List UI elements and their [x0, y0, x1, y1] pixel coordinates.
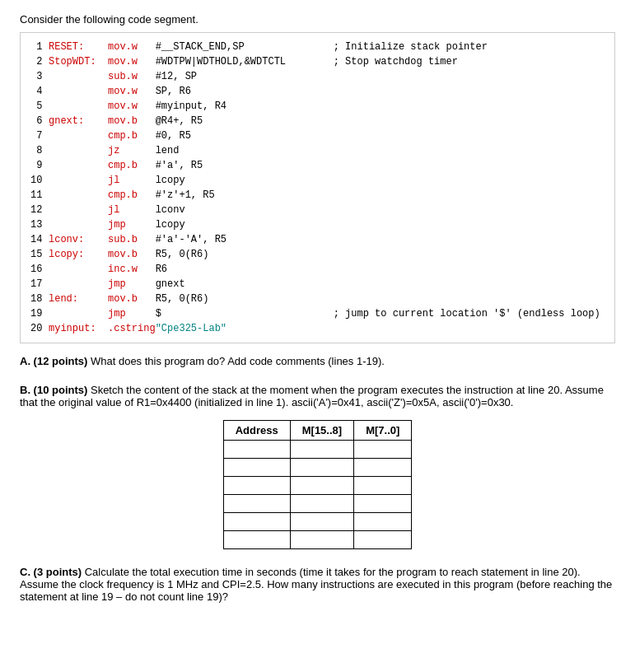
table-cell [223, 495, 290, 513]
code-operands: #WDTPW|WDTHOLD,&WDTCTL [156, 54, 334, 69]
code-instruction: mov.b [108, 114, 156, 128]
code-label-empty [49, 217, 108, 232]
line-number: 9 [30, 158, 49, 173]
code-label-empty [49, 128, 108, 143]
code-label: RESET: [49, 40, 108, 54]
line-number: 10 [30, 173, 49, 188]
question-a: A. (12 points) What does this program do… [20, 355, 615, 367]
question-c-body: Calculate the total execution time in se… [20, 566, 612, 603]
code-comment: ; Stop watchdog timer [334, 54, 458, 69]
cstring-value: "Cpe325-Lab" [156, 321, 226, 336]
stack-table-container: Address M[15..8] M[7..0] [20, 420, 615, 549]
code-label-empty [49, 158, 108, 173]
table-cell [223, 441, 290, 459]
line-number: 4 [30, 84, 49, 99]
table-cell [290, 513, 353, 531]
code-line: 4 mov.w SP, R6 [30, 84, 605, 99]
code-line: 19 jmp $ ; jump to current location '$' … [30, 306, 605, 321]
code-instruction: jmp [108, 306, 156, 321]
line-number: 15 [30, 247, 49, 262]
col-m7-0: M[7..0] [354, 421, 412, 441]
code-block: 1 RESET: mov.w #__STACK_END,SP ; Initial… [20, 32, 615, 343]
code-label: lend: [49, 292, 108, 306]
table-cell [354, 459, 412, 477]
stack-table: Address M[15..8] M[7..0] [223, 420, 413, 549]
code-line: 11 cmp.b #'z'+1, R5 [30, 188, 605, 203]
table-cell [290, 477, 353, 495]
code-instruction: mov.w [108, 84, 156, 99]
code-line: 7 cmp.b #0, R5 [30, 128, 605, 143]
question-c: C. (3 points) Calculate the total execut… [20, 566, 615, 603]
intro-text: Consider the following code segment. [20, 13, 615, 26]
code-line: 20 myinput: .cstring"Cpe325-Lab" [30, 321, 605, 336]
col-m15-8: M[15..8] [290, 421, 353, 441]
code-operands: #'a'-'A', R5 [156, 232, 226, 247]
code-instruction: mov.w [108, 54, 156, 69]
line-number: 8 [30, 143, 49, 158]
code-line: 14 lconv: sub.b #'a'-'A', R5 [30, 232, 605, 247]
code-instruction: sub.w [108, 69, 156, 84]
code-label-empty [49, 99, 108, 114]
code-instruction: inc.w [108, 262, 156, 277]
code-operands: lcopy [156, 217, 185, 232]
table-row [223, 513, 412, 531]
code-line: 13 jmp lcopy [30, 217, 605, 232]
code-line: 5 mov.w #myinput, R4 [30, 99, 605, 114]
code-label-empty [49, 84, 108, 99]
code-operands: #myinput, R4 [156, 99, 226, 114]
line-number: 1 [30, 40, 49, 54]
code-instruction: jmp [108, 217, 156, 232]
code-comment: ; jump to current location '$' (endless … [334, 306, 600, 321]
code-operands: lend [156, 143, 180, 158]
code-operands: #0, R5 [156, 128, 191, 143]
code-operands: R5, 0(R6) [156, 292, 209, 306]
line-number: 2 [30, 54, 49, 69]
code-operands: R6 [156, 262, 167, 277]
question-c-text: C. (3 points) Calculate the total execut… [20, 566, 615, 603]
code-label: lcopy: [49, 247, 108, 262]
code-line: 3 sub.w #12, SP [30, 69, 605, 84]
code-label-empty [49, 69, 108, 84]
code-operands: @R4+, R5 [156, 114, 203, 128]
code-instruction: mov.b [108, 292, 156, 306]
line-number: 11 [30, 188, 49, 203]
question-b-label: B. (10 points) [20, 384, 87, 396]
code-operands: SP, R6 [156, 84, 191, 99]
code-line: 1 RESET: mov.w #__STACK_END,SP ; Initial… [30, 40, 605, 54]
line-number: 16 [30, 262, 49, 277]
code-operands: #__STACK_END,SP [156, 40, 334, 54]
code-instruction: sub.b [108, 232, 156, 247]
code-operands: R5, 0(R6) [156, 247, 209, 262]
table-row [223, 477, 412, 495]
table-cell [290, 459, 353, 477]
table-row [223, 495, 412, 513]
line-number: 20 [30, 321, 49, 336]
table-cell [290, 495, 353, 513]
code-line: 10 jl lcopy [30, 173, 605, 188]
code-line: 8 jz lend [30, 143, 605, 158]
question-a-body: What does this program do? Add code comm… [91, 355, 385, 367]
table-cell [223, 513, 290, 531]
table-cell [354, 477, 412, 495]
line-number: 17 [30, 277, 49, 292]
code-label-empty [49, 173, 108, 188]
code-operands: #12, SP [156, 69, 197, 84]
code-label-empty [49, 262, 108, 277]
question-b: B. (10 points) Sketch the content of the… [20, 384, 615, 549]
line-number: 19 [30, 306, 49, 321]
code-instruction: jz [108, 143, 156, 158]
code-instruction: jl [108, 203, 156, 217]
code-line: 6 gnext: mov.b @R4+, R5 [30, 114, 605, 128]
code-operands: lconv [156, 203, 185, 217]
code-line: 2 StopWDT: mov.w #WDTPW|WDTHOLD,&WDTCTL … [30, 54, 605, 69]
code-instruction: mov.w [108, 99, 156, 114]
table-cell [354, 495, 412, 513]
code-label: StopWDT: [49, 54, 108, 69]
line-number: 5 [30, 99, 49, 114]
code-label: gnext: [49, 114, 108, 128]
line-number: 12 [30, 203, 49, 217]
code-instruction: jmp [108, 277, 156, 292]
code-instruction: cmp.b [108, 188, 156, 203]
table-cell [354, 441, 412, 459]
code-line: 12 jl lconv [30, 203, 605, 217]
